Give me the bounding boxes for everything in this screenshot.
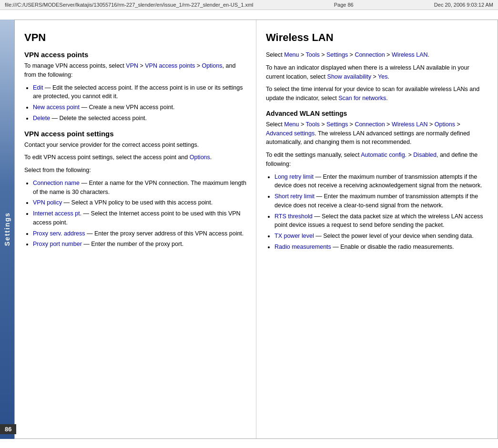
vpn-access-points-heading: VPN access points [24,51,246,59]
long-retry-link[interactable]: Long retry limit [274,173,314,180]
radio-measurements-link[interactable]: Radio measurements [274,244,331,250]
list-item: VPN policy — Select a VPN policy to be u… [33,198,246,207]
menu-link-1[interactable]: Menu [284,51,299,58]
top-bar: file:///C:/USERS/MODEServer/lkatajis/130… [0,0,498,10]
new-access-point-link[interactable]: New access point [33,104,80,111]
wireless-lan-p3: To select the time interval for your dev… [266,85,488,103]
advanced-wlan-section: Advanced WLAN settings Select Menu > Too… [266,110,488,252]
list-item: Proxy serv. address — Enter the proxy se… [33,229,246,238]
wireless-lan-section: Select Menu > Tools > Settings > Connect… [266,51,488,103]
tools-link-1[interactable]: Tools [306,51,320,58]
list-item: Edit — Edit the selected access point. I… [33,83,246,102]
left-column: VPN VPN access points To manage VPN acce… [15,20,256,438]
wireless-lan-p2: To have an indicator displayed when ther… [266,63,488,81]
options-link-1[interactable]: Options [202,62,222,69]
list-item: Proxy port number — Enter the number of … [33,240,246,249]
vpn-title: VPN [24,31,246,44]
wireless-lan-link-2[interactable]: Wireless LAN [392,121,428,128]
vpn-settings-bullets: Connection name — Enter a name for the V… [33,179,246,249]
short-retry-link[interactable]: Short retry limit [274,193,315,200]
proxy-address-link[interactable]: Proxy serv. address [33,230,85,237]
advanced-wlan-p1: Select Menu > Tools > Settings > Connect… [266,120,488,147]
vpn-settings-p3: Select from the following: [24,166,246,175]
sidebar-label: Settings [3,212,11,246]
list-item: TX power level — Select the power level … [274,232,488,241]
vpn-link[interactable]: VPN [126,62,138,69]
scan-for-networks-link[interactable]: Scan for networks [338,95,386,102]
vpn-title-section: VPN [24,31,246,44]
settings-link-2[interactable]: Settings [326,121,348,128]
advanced-wlan-bullets: Long retry limit — Enter the maximum num… [274,173,488,252]
vpn-access-point-settings-heading: VPN access point settings [24,130,246,138]
page-indicator: Page 86 [334,2,354,8]
proxy-port-link[interactable]: Proxy port number [33,241,82,247]
list-item: Long retry limit — Enter the maximum num… [274,173,488,191]
advanced-settings-link[interactable]: Advanced settings [266,130,315,137]
show-availability-link[interactable]: Show availability [327,73,371,80]
wireless-lan-link-1[interactable]: Wireless LAN [392,51,428,58]
list-item: RTS threshold — Select the data packet s… [274,212,488,230]
tools-link-2[interactable]: Tools [306,121,320,128]
vpn-settings-p2-text: To edit VPN access point settings, selec… [24,154,190,161]
vpn-settings-p2: To edit VPN access point settings, selec… [24,153,246,162]
delete-link[interactable]: Delete [33,115,50,122]
disabled-link[interactable]: Disabled [413,152,437,158]
connection-link-2[interactable]: Connection [355,121,385,128]
wireless-lan-title-section: Wireless LAN [266,31,488,44]
menu-link-2[interactable]: Menu [284,121,299,128]
main-content: VPN VPN access points To manage VPN acce… [14,20,498,439]
advanced-wlan-heading: Advanced WLAN settings [266,110,488,117]
yes-link[interactable]: Yes [378,73,387,80]
internet-access-link[interactable]: Internet access pt. [33,210,81,217]
wireless-lan-title: Wireless LAN [266,31,488,44]
file-path: file:///C:/USERS/MODEServer/lkatajis/130… [5,2,254,8]
right-column: Wireless LAN Select Menu > Tools > Setti… [256,20,498,438]
list-item: Short retry limit — Enter the maximum nu… [274,192,488,210]
list-item: Internet access pt. — Select the Interne… [33,209,246,227]
vpn-intro-text: To manage VPN access points, select [24,62,126,69]
settings-link-1[interactable]: Settings [326,51,348,58]
edit-link[interactable]: Edit [33,84,43,91]
vpn-access-points-link[interactable]: VPN access points [145,62,195,69]
page-container: Settings 86 VPN VPN access points To man… [0,20,498,439]
vpn-access-points-section: VPN access points To manage VPN access p… [24,51,246,123]
vpn-access-intro: To manage VPN access points, select VPN … [24,61,246,80]
options-link-3[interactable]: Options [435,121,455,128]
vpn-access-bullets: Edit — Edit the selected access point. I… [33,83,246,123]
page-number: 86 [0,424,16,434]
list-item: Radio measurements — Enable or disable t… [274,243,488,252]
rts-threshold-link[interactable]: RTS threshold [274,213,313,220]
list-item: Connection name — Enter a name for the V… [33,179,246,197]
vpn-policy-link[interactable]: VPN policy [33,199,62,206]
date-stamp: Dec 20, 2006 9:03:12 AM [434,2,493,8]
vpn-access-point-settings-section: VPN access point settings Contact your s… [24,130,246,249]
options-link-2[interactable]: Options [190,154,210,161]
sidebar: Settings 86 [0,20,14,439]
automatic-config-link[interactable]: Automatic config. [361,152,407,158]
wireless-lan-p1: Select Menu > Tools > Settings > Connect… [266,51,488,60]
vpn-settings-p1: Contact your service provider for the co… [24,141,246,150]
connection-link-1[interactable]: Connection [355,51,385,58]
advanced-wlan-p2: To edit the settings manually, select Au… [266,151,488,169]
connection-name-link[interactable]: Connection name [33,180,80,186]
tx-power-level-link[interactable]: TX power level [274,233,314,239]
list-item: Delete — Delete the selected access poin… [33,114,246,123]
list-item: New access point — Create a new VPN acce… [33,103,246,112]
